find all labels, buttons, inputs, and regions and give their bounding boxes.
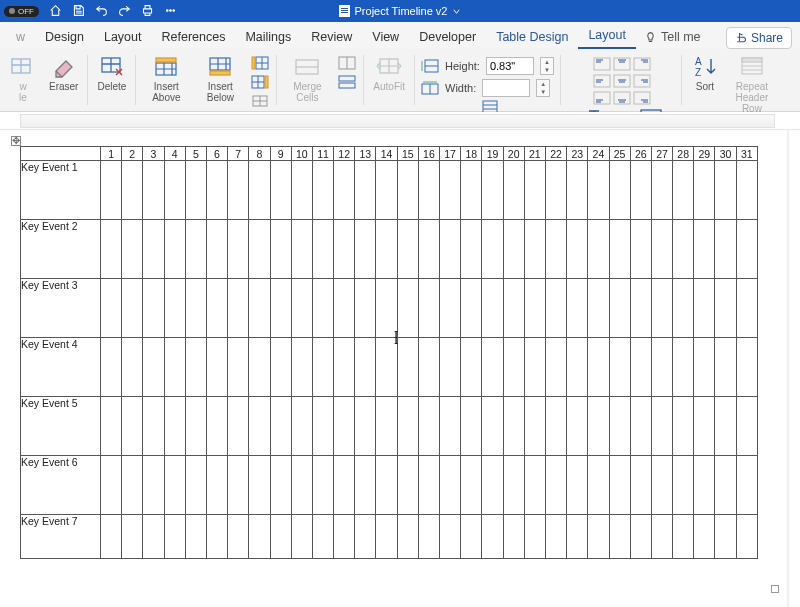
day-cell[interactable] <box>545 515 566 559</box>
autosave-toggle[interactable]: OFF <box>4 6 39 17</box>
day-cell[interactable] <box>651 515 672 559</box>
day-cell[interactable] <box>630 220 651 279</box>
tab-mailings[interactable]: Mailings <box>235 25 301 49</box>
table-resize-handle[interactable] <box>771 585 779 593</box>
height-stepper[interactable]: ▲▼ <box>540 57 554 75</box>
day-cell[interactable] <box>291 220 312 279</box>
undo-icon[interactable] <box>95 4 108 19</box>
insert-left-button[interactable] <box>250 55 270 71</box>
day-cell[interactable] <box>736 397 757 456</box>
day-cell[interactable] <box>270 279 291 338</box>
day-cell[interactable] <box>270 515 291 559</box>
day-cell[interactable] <box>524 338 545 397</box>
tab-developer[interactable]: Developer <box>409 25 486 49</box>
day-cell[interactable] <box>673 456 694 515</box>
tab-cutoff[interactable]: w <box>6 25 35 49</box>
day-cell[interactable] <box>609 397 630 456</box>
day-cell[interactable] <box>397 338 418 397</box>
day-cell[interactable] <box>609 515 630 559</box>
day-cell[interactable] <box>482 220 503 279</box>
day-cell[interactable] <box>482 397 503 456</box>
day-cell[interactable] <box>736 338 757 397</box>
day-cell[interactable] <box>545 397 566 456</box>
day-cell[interactable] <box>503 338 524 397</box>
day-cell[interactable] <box>418 515 439 559</box>
header-day-22[interactable]: 22 <box>545 147 566 161</box>
chevron-down-icon[interactable] <box>452 7 461 16</box>
header-day-26[interactable]: 26 <box>630 147 651 161</box>
day-cell[interactable] <box>503 515 524 559</box>
header-day-5[interactable]: 5 <box>185 147 206 161</box>
day-cell[interactable] <box>206 279 227 338</box>
day-cell[interactable] <box>270 220 291 279</box>
day-cell[interactable] <box>630 338 651 397</box>
day-cell[interactable] <box>588 397 609 456</box>
day-cell[interactable] <box>588 279 609 338</box>
print-icon[interactable] <box>141 4 154 19</box>
day-cell[interactable] <box>715 338 736 397</box>
save-icon[interactable] <box>72 4 85 19</box>
day-cell[interactable] <box>143 161 164 220</box>
day-cell[interactable] <box>418 397 439 456</box>
day-cell[interactable] <box>334 397 355 456</box>
day-cell[interactable] <box>440 220 461 279</box>
day-cell[interactable] <box>524 456 545 515</box>
day-cell[interactable] <box>249 397 270 456</box>
header-day-25[interactable]: 25 <box>609 147 630 161</box>
day-cell[interactable] <box>609 161 630 220</box>
day-cell[interactable] <box>651 279 672 338</box>
day-cell[interactable] <box>418 338 439 397</box>
day-cell[interactable] <box>355 279 376 338</box>
day-cell[interactable] <box>588 220 609 279</box>
day-cell[interactable] <box>249 338 270 397</box>
day-cell[interactable] <box>122 397 143 456</box>
day-cell[interactable] <box>651 338 672 397</box>
align-br[interactable] <box>632 90 652 106</box>
day-cell[interactable] <box>101 515 122 559</box>
day-cell[interactable] <box>440 338 461 397</box>
day-cell[interactable] <box>651 397 672 456</box>
day-cell[interactable] <box>291 161 312 220</box>
align-ml[interactable] <box>592 73 612 89</box>
row-label[interactable]: Key Event 2 <box>21 220 101 279</box>
day-cell[interactable] <box>206 220 227 279</box>
day-cell[interactable] <box>122 515 143 559</box>
day-cell[interactable] <box>503 279 524 338</box>
day-cell[interactable] <box>376 456 397 515</box>
sort-button[interactable]: AZ Sort <box>688 53 722 94</box>
autofit-button[interactable]: AutoFit <box>370 53 408 94</box>
day-cell[interactable] <box>143 220 164 279</box>
share-button[interactable]: Share <box>726 27 792 49</box>
day-cell[interactable] <box>694 397 715 456</box>
width-stepper[interactable]: ▲▼ <box>536 79 550 97</box>
day-cell[interactable] <box>440 279 461 338</box>
day-cell[interactable] <box>694 220 715 279</box>
day-cell[interactable] <box>482 338 503 397</box>
eraser-button[interactable]: Eraser <box>46 53 81 94</box>
tab-table-layout[interactable]: Layout <box>578 23 636 49</box>
align-tc[interactable] <box>612 56 632 72</box>
day-cell[interactable] <box>673 279 694 338</box>
day-cell[interactable] <box>567 338 588 397</box>
day-cell[interactable] <box>545 338 566 397</box>
header-blank[interactable] <box>21 147 101 161</box>
header-day-17[interactable]: 17 <box>440 147 461 161</box>
day-cell[interactable] <box>736 515 757 559</box>
day-cell[interactable] <box>334 279 355 338</box>
tab-view[interactable]: View <box>362 25 409 49</box>
header-day-13[interactable]: 13 <box>355 147 376 161</box>
header-day-4[interactable]: 4 <box>164 147 185 161</box>
align-bc[interactable] <box>612 90 632 106</box>
header-day-29[interactable]: 29 <box>694 147 715 161</box>
day-cell[interactable] <box>101 220 122 279</box>
day-cell[interactable] <box>228 338 249 397</box>
day-cell[interactable] <box>206 397 227 456</box>
day-cell[interactable] <box>482 456 503 515</box>
header-day-1[interactable]: 1 <box>101 147 122 161</box>
tab-review[interactable]: Review <box>301 25 362 49</box>
day-cell[interactable] <box>228 456 249 515</box>
day-cell[interactable] <box>503 456 524 515</box>
day-cell[interactable] <box>503 220 524 279</box>
day-cell[interactable] <box>143 279 164 338</box>
row-label[interactable]: Key Event 5 <box>21 397 101 456</box>
